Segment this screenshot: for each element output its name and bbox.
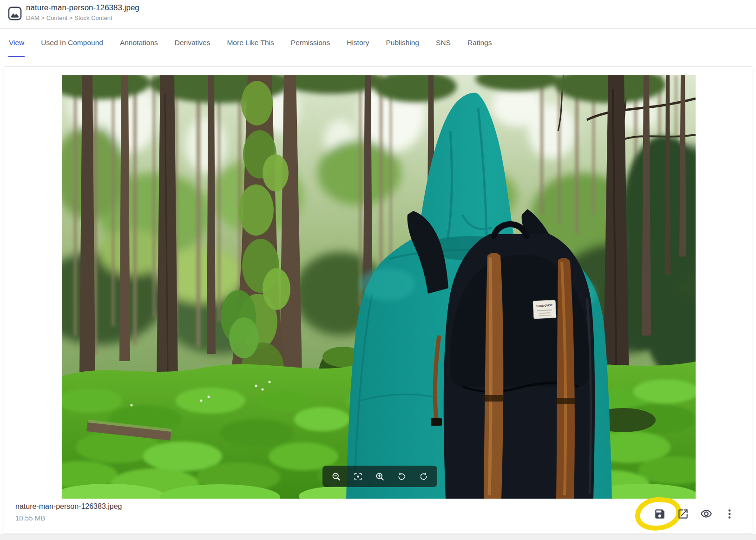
tab-ratings[interactable]: Ratings <box>467 29 493 57</box>
zoom-in-button[interactable] <box>372 468 388 484</box>
asset-header: nature-man-person-126383.jpeg DAM > Cont… <box>0 0 756 29</box>
rotate-clockwise-button[interactable] <box>415 468 431 484</box>
rotate-counterclockwise-icon <box>397 472 407 481</box>
forest-photo: SANDQVIST <box>62 75 696 499</box>
asset-title: nature-man-person-126383.jpeg <box>26 3 139 13</box>
open-in-new-window-icon <box>677 508 689 520</box>
backpack-brand-label: SANDQVIST <box>533 300 556 318</box>
asset-preview[interactable]: SANDQVIST <box>62 75 696 499</box>
zoom-out-icon <box>331 472 341 481</box>
save-button[interactable] <box>651 505 669 523</box>
more-options-button[interactable] <box>721 505 738 523</box>
footer-filename: nature-man-person-126383.jpeg <box>15 502 122 511</box>
fit-to-screen-button[interactable] <box>350 468 366 484</box>
tab-used-in-compound[interactable]: Used In Compound <box>40 29 104 57</box>
preview-button[interactable] <box>697 505 715 523</box>
tab-permissions[interactable]: Permissions <box>290 29 330 57</box>
zoom-in-icon <box>375 472 385 481</box>
image-viewer-toolbar <box>322 466 437 487</box>
tab-view[interactable]: View <box>8 29 25 57</box>
asset-actions <box>651 505 738 523</box>
footer-filesize: 10.55 MB <box>15 514 45 522</box>
tab-publishing[interactable]: Publishing <box>385 29 420 57</box>
tab-annotations[interactable]: Annotations <box>119 29 158 57</box>
page-bottom-strip <box>0 534 756 540</box>
rotate-counterclockwise-button[interactable] <box>394 468 409 484</box>
breadcrumb[interactable]: DAM > Content > Stock Content <box>26 14 112 21</box>
eye-icon <box>700 508 712 520</box>
open-in-new-window-button[interactable] <box>674 505 692 523</box>
kebab-menu-icon <box>723 508 736 520</box>
zoom-out-button[interactable] <box>329 468 344 484</box>
tab-history[interactable]: History <box>346 29 369 57</box>
tab-sns[interactable]: SNS <box>435 29 451 57</box>
tab-bar: View Used In Compound Annotations Deriva… <box>0 29 756 57</box>
rotate-clockwise-icon <box>419 472 428 481</box>
save-icon <box>654 508 666 520</box>
image-icon <box>7 6 22 21</box>
tab-derivatives[interactable]: Derivatives <box>174 29 211 57</box>
tab-more-like-this[interactable]: More Like This <box>226 29 274 57</box>
fit-to-screen-icon <box>353 472 363 481</box>
